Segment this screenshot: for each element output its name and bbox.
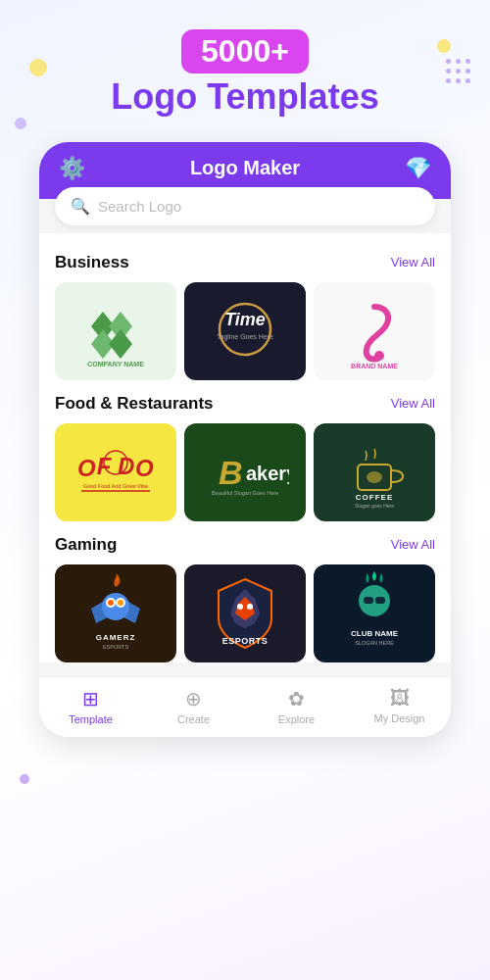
create-icon: ⊕ bbox=[185, 687, 202, 710]
svg-text:F D: F D bbox=[97, 453, 135, 479]
svg-point-26 bbox=[108, 600, 114, 606]
nav-template[interactable]: ⊞ Template bbox=[39, 687, 142, 725]
svg-text:SLOGAN HERE: SLOGAN HERE bbox=[355, 640, 394, 646]
business-logo-2-content: Time Tagline Goes Here bbox=[184, 282, 306, 380]
business-logo-3-content: BRAND NAME bbox=[314, 282, 435, 380]
food-logo-3-content: COFFEE Slogan goes Here bbox=[314, 423, 435, 521]
food-logo-3[interactable]: COFFEE Slogan goes Here bbox=[314, 423, 435, 521]
svg-point-23 bbox=[102, 593, 129, 620]
business-logo-2[interactable]: Time Tagline Goes Here bbox=[184, 282, 306, 380]
svg-text:COFFEE: COFFEE bbox=[356, 493, 393, 502]
svg-text:CLUB NAME: CLUB NAME bbox=[351, 629, 399, 638]
explore-icon: ✿ bbox=[288, 687, 305, 710]
svg-point-33 bbox=[359, 585, 390, 616]
mydesign-icon: 🖼 bbox=[390, 687, 410, 710]
gaming-logo-3-content: CLUB NAME SLOGAN HERE bbox=[314, 564, 435, 662]
svg-marker-3 bbox=[109, 329, 132, 359]
business-title: Business bbox=[55, 253, 129, 272]
gaming-logo-3[interactable]: CLUB NAME SLOGAN HERE bbox=[314, 564, 435, 662]
nav-explore[interactable]: ✿ Explore bbox=[245, 687, 348, 725]
search-icon: 🔍 bbox=[71, 197, 90, 216]
app-title: Logo Maker bbox=[190, 157, 300, 179]
food-section-header: Food & Restaurants View All bbox=[55, 394, 435, 414]
nav-template-label: Template bbox=[69, 713, 113, 725]
svg-rect-34 bbox=[364, 597, 373, 604]
hero-subtitle: Logo Templates bbox=[20, 77, 470, 117]
business-logo-1[interactable]: COMPANY NAME bbox=[55, 282, 176, 380]
nav-mydesign[interactable]: 🖼 My Design bbox=[348, 687, 451, 725]
svg-text:O: O bbox=[135, 455, 154, 481]
business-section-header: Business View All bbox=[55, 253, 435, 272]
search-bar[interactable]: 🔍 Search Logo bbox=[55, 187, 435, 225]
premium-icon[interactable]: 💎 bbox=[405, 156, 431, 181]
gaming-logo-1-content: GAMERZ ESPORTS bbox=[55, 564, 176, 662]
gaming-section-header: Gaming View All bbox=[55, 535, 435, 555]
food-logo-grid: F D O O Good Food And Great Vibe B akery bbox=[55, 423, 435, 521]
gaming-title: Gaming bbox=[55, 535, 117, 555]
svg-text:O: O bbox=[77, 455, 96, 481]
svg-text:COMPANY NAME: COMPANY NAME bbox=[87, 361, 144, 368]
food-logo-1-content: F D O O Good Food And Great Vibe bbox=[55, 423, 176, 521]
gaming-logo-2[interactable]: ESPORTS bbox=[184, 564, 306, 662]
svg-text:Time: Time bbox=[224, 310, 266, 329]
svg-point-30 bbox=[237, 604, 243, 610]
hero-section: 5000+ Logo Templates bbox=[0, 0, 490, 126]
business-logo-3[interactable]: BRAND NAME bbox=[314, 282, 435, 380]
svg-point-27 bbox=[118, 600, 123, 606]
food-view-all[interactable]: View All bbox=[391, 396, 435, 411]
svg-point-31 bbox=[247, 604, 253, 610]
svg-text:BRAND NAME: BRAND NAME bbox=[351, 363, 398, 369]
svg-text:ESPORTS: ESPORTS bbox=[222, 636, 269, 646]
svg-text:akery: akery bbox=[246, 463, 289, 484]
nav-explore-label: Explore bbox=[278, 713, 315, 725]
svg-point-8 bbox=[374, 351, 384, 361]
svg-rect-35 bbox=[375, 597, 385, 604]
business-logo-grid: COMPANY NAME Time Tagline Goes Here bbox=[55, 282, 435, 380]
bg-decoration-4 bbox=[20, 774, 29, 784]
business-logo-1-content: COMPANY NAME bbox=[55, 282, 176, 380]
svg-text:Slogan goes Here: Slogan goes Here bbox=[355, 503, 394, 509]
phone-mockup: ⚙️ Logo Maker 💎 🔍 Search Logo Business V… bbox=[39, 142, 451, 737]
gaming-logo-grid: GAMERZ ESPORTS ESPORTS bbox=[55, 564, 435, 662]
svg-text:ESPORTS: ESPORTS bbox=[103, 644, 129, 650]
svg-text:B: B bbox=[219, 454, 243, 491]
food-logo-2[interactable]: B akery Beautiful Slogan Goes Here bbox=[184, 423, 306, 521]
svg-text:Good Food And Great Vibe: Good Food And Great Vibe bbox=[83, 483, 148, 489]
nav-mydesign-label: My Design bbox=[374, 712, 425, 724]
svg-text:Tagline Goes Here: Tagline Goes Here bbox=[217, 333, 273, 341]
food-title: Food & Restaurants bbox=[55, 394, 214, 414]
gaming-logo-1[interactable]: GAMERZ ESPORTS bbox=[55, 564, 176, 662]
bottom-navigation: ⊞ Template ⊕ Create ✿ Explore 🖼 My Desig… bbox=[39, 676, 451, 737]
food-logo-1[interactable]: F D O O Good Food And Great Vibe bbox=[55, 423, 176, 521]
gaming-logo-2-content: ESPORTS bbox=[184, 564, 306, 662]
svg-point-20 bbox=[367, 471, 382, 483]
nav-create[interactable]: ⊕ Create bbox=[142, 687, 245, 725]
settings-icon[interactable]: ⚙️ bbox=[59, 156, 85, 181]
gaming-view-all[interactable]: View All bbox=[391, 537, 435, 552]
nav-create-label: Create bbox=[177, 713, 210, 725]
svg-text:Beautiful Slogan Goes Here: Beautiful Slogan Goes Here bbox=[212, 490, 278, 496]
hero-badge: 5000+ bbox=[181, 29, 309, 74]
business-view-all[interactable]: View All bbox=[391, 255, 435, 270]
search-input[interactable]: Search Logo bbox=[98, 198, 181, 215]
template-icon: ⊞ bbox=[82, 687, 99, 710]
svg-text:GAMERZ: GAMERZ bbox=[96, 633, 136, 642]
app-content: Business View All COMPANY NAME bbox=[39, 233, 451, 662]
food-logo-2-content: B akery Beautiful Slogan Goes Here bbox=[184, 423, 306, 521]
